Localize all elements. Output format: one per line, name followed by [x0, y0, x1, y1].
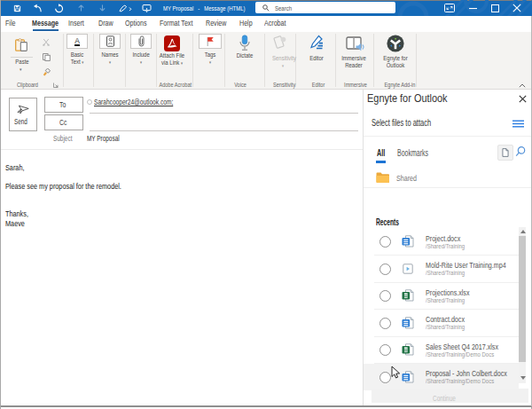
svg-text:A: A	[74, 36, 80, 45]
